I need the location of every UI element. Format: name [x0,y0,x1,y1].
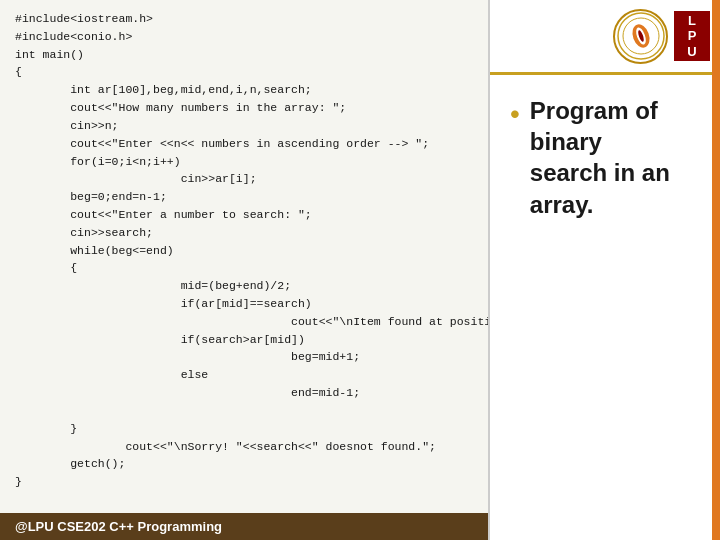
lpu-text-badge: LPU [674,11,710,62]
right-content: • Program of binary search in an array. [490,75,720,540]
desc-line3: search in an [530,159,670,186]
desc-line4: array. [530,191,594,218]
code-block: #include<iostream.h> #include<conio.h> i… [0,0,488,513]
header-logo: LPU [490,0,720,75]
left-panel: #include<iostream.h> #include<conio.h> i… [0,0,490,540]
bullet-icon: • [510,100,520,128]
orange-accent-bar [712,0,720,540]
desc-line1: Program of [530,97,658,124]
lpu-logo-circle [613,9,668,64]
right-panel-wrapper: LPU • Program of binary search in an arr… [490,0,720,540]
desc-line2: binary [530,128,602,155]
description-text: Program of binary search in an array. [530,95,670,220]
footer-bar: @LPU CSE202 C++ Programming [0,513,488,540]
lpu-logo-svg [616,11,666,61]
right-panel: LPU • Program of binary search in an arr… [490,0,720,540]
